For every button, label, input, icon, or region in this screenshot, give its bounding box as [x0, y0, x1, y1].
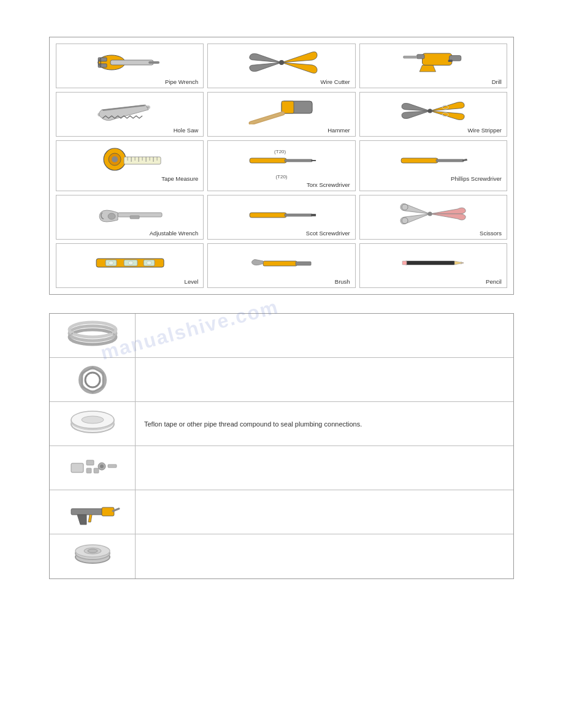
- svg-rect-73: [86, 460, 94, 465]
- svg-rect-37: [436, 159, 464, 162]
- pencil-label: Pencil: [362, 278, 504, 285]
- brush-image: [210, 248, 352, 277]
- phillips-screwdriver-icon: [369, 146, 497, 173]
- wire-cutter-label: Wire Cutter: [210, 78, 352, 85]
- svg-point-75: [100, 464, 104, 468]
- pipe-wrench-image: [59, 48, 201, 77]
- svg-rect-56: [296, 262, 311, 265]
- svg-rect-4: [98, 64, 107, 67]
- parts-kit-desc: [136, 446, 513, 490]
- svg-rect-7: [423, 53, 452, 65]
- drill-label: Drill: [362, 78, 504, 85]
- wire-cutter-image: [210, 48, 352, 77]
- material-row-teflon-tape: Teflon tape or other pipe thread compoun…: [50, 402, 513, 446]
- svg-point-54: [147, 261, 151, 265]
- level-image: [59, 248, 201, 277]
- tool-cell-drill: Drill: [359, 44, 507, 88]
- svg-point-21: [112, 156, 118, 162]
- material-row-caulk-gun: [50, 490, 513, 534]
- svg-point-50: [109, 261, 113, 265]
- svg-rect-2: [148, 61, 159, 64]
- svg-rect-33: [250, 158, 286, 163]
- svg-rect-76: [108, 464, 117, 468]
- hammer-image: [210, 96, 352, 126]
- parts-kit-image-cell: [50, 446, 136, 490]
- tool-cell-scissors: Scissors: [359, 195, 507, 240]
- tool-cell-tape-measure: Tape Measure: [56, 140, 204, 191]
- svg-rect-60: [402, 261, 407, 265]
- phillips-screwdriver-label: Phillips Screwdriver: [362, 175, 504, 182]
- tool-cell-level: Level: [56, 243, 204, 288]
- wire-stripper-icon: [369, 97, 497, 124]
- teflon-tape-icon: [68, 409, 117, 439]
- phillips-screwdriver-image: [362, 145, 504, 174]
- torx-screwdriver-note: (T20): [275, 174, 287, 180]
- tool-cell-pencil: Pencil: [359, 243, 507, 288]
- material-row-fitting: [50, 358, 513, 402]
- tool-cell-scot-screwdriver: Scot Screwdriver: [207, 195, 355, 240]
- caulk-gun-icon: [65, 495, 120, 529]
- svg-rect-3: [98, 58, 107, 61]
- svg-point-66: [85, 373, 100, 387]
- svg-line-15: [251, 113, 283, 123]
- scot-screwdriver-icon: [218, 200, 345, 227]
- svg-rect-41: [130, 216, 139, 219]
- tool-cell-phillips-screwdriver: Phillips Screwdriver: [359, 140, 507, 191]
- svg-rect-35: [311, 160, 316, 161]
- adjustable-wrench-image: [59, 199, 201, 229]
- svg-rect-1: [110, 60, 153, 65]
- svg-point-6: [279, 60, 284, 65]
- svg-rect-36: [401, 158, 438, 163]
- coil-desc: [136, 314, 513, 357]
- fitting-desc: [136, 358, 513, 401]
- svg-rect-72: [71, 463, 83, 472]
- wire-cutter-icon: [218, 49, 345, 76]
- svg-text:(T20): (T20): [274, 149, 286, 154]
- tool-cell-wire-stripper: Wire Stripper: [359, 92, 507, 137]
- pipe-wrench-label: Pipe Wrench: [59, 78, 201, 85]
- svg-rect-43: [285, 214, 312, 216]
- svg-rect-34: [285, 159, 312, 162]
- svg-rect-39: [118, 213, 162, 217]
- drill-image: [362, 48, 504, 77]
- svg-rect-8: [417, 55, 424, 59]
- tool-cell-hammer: Hammer: [207, 92, 355, 137]
- svg-rect-11: [448, 60, 453, 63]
- material-row-tape-roll: [50, 534, 513, 578]
- tape-roll-image-cell: [50, 534, 136, 578]
- scot-screwdriver-label: Scot Screwdriver: [210, 230, 352, 237]
- hammer-label: Hammer: [210, 127, 352, 134]
- svg-rect-9: [404, 56, 418, 58]
- svg-rect-77: [86, 468, 91, 473]
- coil-image-cell: [50, 314, 136, 357]
- torx-screwdriver-label: Torx Screwdriver: [210, 181, 352, 188]
- scissors-icon: [369, 200, 497, 227]
- fitting-icon: [71, 363, 114, 396]
- pipe-wrench-icon: [66, 49, 194, 76]
- pencil-icon: [369, 249, 497, 276]
- svg-rect-55: [263, 261, 297, 266]
- teflon-tape-image-cell: [50, 402, 136, 446]
- level-label: Level: [59, 278, 201, 285]
- tool-cell-wire-cutter: Wire Cutter: [207, 44, 355, 88]
- svg-point-40: [108, 213, 115, 219]
- tools-grid: Pipe Wrench Wire Cutter: [56, 44, 507, 288]
- tape-measure-label: Tape Measure: [59, 175, 201, 182]
- svg-point-85: [88, 549, 98, 553]
- wire-stripper-image: [362, 96, 504, 126]
- tool-cell-brush: Brush: [207, 243, 355, 288]
- svg-rect-57: [405, 261, 454, 265]
- tool-cell-adjustable-wrench: Adjustable Wrench: [56, 195, 204, 240]
- parts-kit-icon: [65, 451, 120, 485]
- tape-roll-desc: [136, 534, 513, 578]
- svg-point-16: [428, 109, 432, 113]
- torx-screwdriver-icon: (T20): [218, 146, 345, 173]
- svg-rect-44: [311, 214, 316, 216]
- scissors-label: Scissors: [362, 230, 504, 237]
- tool-cell-hole-saw: Hole Saw: [56, 92, 204, 137]
- teflon-tape-desc: Teflon tape or other pipe thread compoun…: [136, 402, 513, 446]
- material-row-coil: [50, 314, 513, 358]
- pencil-image: [362, 248, 504, 277]
- tool-cell-torx-screwdriver: (T20) (T20) Torx Screwdriver: [207, 140, 355, 191]
- tape-measure-icon: [66, 146, 194, 173]
